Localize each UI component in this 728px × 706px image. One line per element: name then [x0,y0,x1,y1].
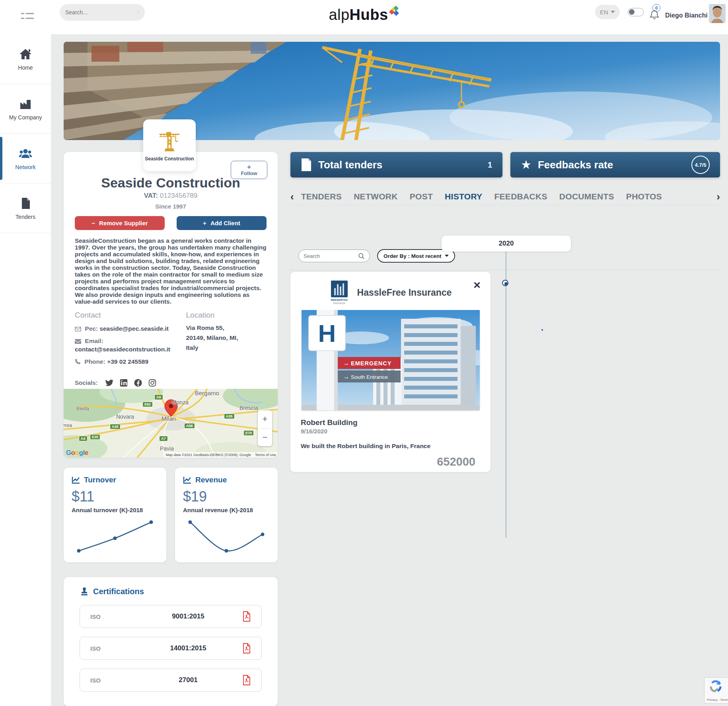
map-zoom-in-button[interactable]: + [258,410,272,428]
sidebar-item-network[interactable]: Network [0,134,51,183]
map-road-badge: E62 [142,402,153,407]
tab-feedbacks[interactable]: FEEDBACKS [494,192,547,201]
map-city-label: Bergamo [195,390,219,396]
google-letter: o [71,449,75,456]
stray-dot [541,329,543,331]
hasslefree-logo-caption: HassleFree [329,298,349,302]
add-client-button[interactable]: +Add Client [177,216,267,230]
twitter-icon[interactable] [105,378,114,387]
recaptcha-badge[interactable]: Privacy - Terms [704,677,728,704]
tabs-scroll-right-icon[interactable]: › [716,191,720,202]
instagram-icon[interactable] [148,378,157,387]
user-name[interactable]: Diego Bianchi [665,12,708,19]
tabs-scroll-left-icon[interactable]: ‹ [290,191,294,202]
certification-row: ISO 9001:2015 [80,605,262,628]
map-road-badge: E70 [243,430,254,436]
certification-row: ISO 14001:2015 [80,637,262,660]
close-icon[interactable]: ✕ [473,281,481,290]
pec-label: Pec: [85,325,98,332]
phone-label: Phone: [84,358,105,365]
chevron-down-icon [611,11,615,14]
certifications-heading: Certifications [93,587,144,596]
tab-history[interactable]: HISTORY [445,192,482,201]
google-logo[interactable]: Google [66,449,88,457]
revenue-caption: Annual revenue (K)-2018 [183,507,270,513]
map-zoom-control: + − [258,410,272,446]
timeline-marker [502,280,508,286]
facebook-icon[interactable] [134,378,142,387]
feedbacks-rate-value: 4.7/5 [691,156,710,174]
user-avatar[interactable] [709,4,726,23]
location-heading: Location [186,311,267,320]
post-image-hospital: H → EMERGENCY → South Entrance [302,310,480,410]
vat-label: VAT: [144,192,158,199]
order-by-dropdown[interactable]: Order By : Most recent [377,249,455,263]
language-selector[interactable]: EN [595,5,620,19]
search-icon [358,253,365,259]
sidebar-item-my-company[interactable]: My Company [0,84,51,134]
people-icon [19,147,32,160]
tab-documents[interactable]: DOCUMENTS [559,192,614,201]
post-company-name: HassleFree Insurance [357,287,452,298]
linkedin-icon[interactable] [119,378,128,387]
minus-icon: − [91,220,95,226]
map-city-label: Milan [162,415,176,422]
map-road-badge: A35 [224,413,235,419]
company-logo-card: Seaside Construction [143,119,196,171]
map-city-label: Brescia [239,405,258,411]
sidebar-item-tenders[interactable]: Tenders [0,183,51,233]
company-logo-label: Seaside Construction [145,156,194,162]
sidebar-item-label: Home [18,64,33,71]
follow-label: Follow [241,171,257,176]
hasslefree-logo-image [331,281,348,297]
turnover-caption: Annual turnover (K)-2018 [72,507,158,513]
map-road-badge: A4 [79,436,88,441]
order-by-label: Order By : Most recent [383,253,442,259]
total-tenders-label: Total tenders [318,159,382,171]
certification-type: ISO [90,613,134,620]
map-terms-link[interactable]: Terms of Use [255,453,276,457]
remove-supplier-label: Remove Supplier [99,220,148,226]
plus-icon: + [203,220,206,226]
revenue-value: $19 [183,488,270,505]
certification-code: 14001:2015 [134,644,242,652]
total-tenders-card: Total tenders 1 [290,152,502,177]
post-date: 9/16/2020 [301,428,480,435]
envelope-icon [75,339,81,344]
pdf-file-icon[interactable] [242,611,251,622]
post-body: We built the Robert building in Paris, F… [301,443,480,450]
history-search-input[interactable] [304,253,358,259]
revenue-chart [183,517,270,556]
certification-type: ISO [90,677,134,684]
map-city-label: Biella [76,406,89,412]
map-zoom-out-button[interactable]: − [258,429,272,447]
file-icon [301,158,312,172]
total-tenders-value: 1 [488,160,492,170]
recaptcha-privacy-terms[interactable]: Privacy - Terms [707,698,728,702]
certifications-card: Certifications ISO 9001:2015 ISO 14001:2… [64,577,278,706]
since-label: Since 1997 [75,203,267,210]
entrance-sign-text: South Entrance [351,374,388,380]
tab-photos[interactable]: PHOTOS [626,192,662,201]
notifications-button[interactable]: 0 [649,6,663,23]
map-city-label: Novara [116,413,134,420]
bell-icon [649,10,660,21]
tab-tenders[interactable]: TENDERS [301,192,342,201]
tab-post[interactable]: POST [410,192,433,201]
email-label: Email: [85,337,103,344]
location-map[interactable]: Bergamo Monza Biella Novara Milan Bresci… [64,389,278,458]
socials-label: Socials: [75,379,98,386]
pec-value: seaside@pec.seaside.it [99,325,169,332]
timeline-year-pill[interactable]: 2020 [442,236,571,252]
remove-supplier-button[interactable]: −Remove Supplier [75,216,165,230]
sidebar-item-label: Network [15,164,35,170]
theme-toggle[interactable] [628,8,644,16]
feedbacks-rate-card: ★ Feedbacks rate 4.7/5 [510,152,720,177]
location-line: 20149, Milano, MI, [186,334,267,341]
pdf-file-icon[interactable] [242,643,251,653]
map-city-label: Monza [172,399,189,406]
tab-network[interactable]: NETWORK [354,192,398,201]
sidebar-item-home[interactable]: Home [0,34,51,84]
pdf-file-icon[interactable] [242,675,251,685]
follow-button[interactable]: + Follow [231,161,267,179]
